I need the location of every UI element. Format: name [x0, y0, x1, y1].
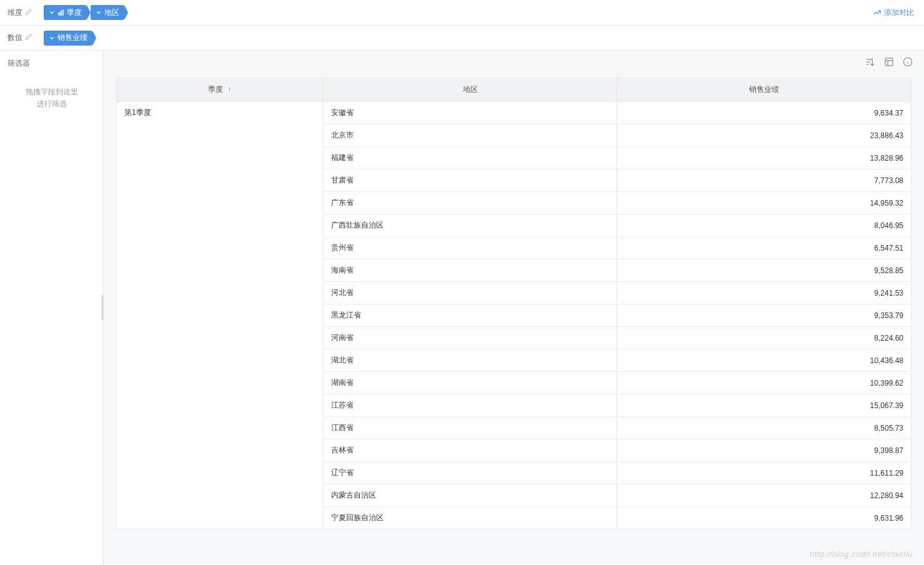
- cell-region: 吉林省: [323, 439, 617, 462]
- cell-region: 宁夏回族自治区: [323, 507, 617, 529]
- cell-region: 湖北省: [323, 349, 617, 372]
- cell-region: 贵州省: [323, 237, 617, 259]
- pill-label: 地区: [104, 8, 119, 18]
- header-quarter[interactable]: 季度 ↑: [117, 78, 324, 102]
- value-label: 数值: [7, 32, 40, 43]
- cell-value: 9,528.85: [617, 259, 912, 282]
- pill-arrow: [92, 31, 96, 46]
- field-pill[interactable]: 地区: [91, 5, 124, 20]
- svg-rect-2: [62, 9, 64, 14]
- cell-value: 15,067.39: [617, 394, 912, 417]
- cell-value: 8,046.95: [617, 214, 912, 237]
- dimension-label-text: 维度: [7, 8, 22, 18]
- value-row: 数值 销售业绩: [0, 25, 924, 50]
- cell-value: 6,547.51: [617, 237, 912, 259]
- cell-value: 23,886.43: [617, 124, 912, 147]
- cell-region: 湖南省: [323, 372, 617, 394]
- cell-region: 安徽省: [323, 102, 617, 124]
- edit-icon[interactable]: [25, 8, 32, 18]
- table-header-row: 季度 ↑ 地区 销售业绩: [117, 78, 912, 102]
- filter-placeholder-line2: 进行筛选: [7, 98, 96, 110]
- dimension-pills: 季度地区: [40, 5, 124, 20]
- data-table-wrap: 季度 ↑ 地区 销售业绩 第1季度安徽省9,634.37北京市23,886.43…: [116, 78, 912, 529]
- cell-region: 福建省: [323, 147, 617, 169]
- content-area: 季度 ↑ 地区 销售业绩 第1季度安徽省9,634.37北京市23,886.43…: [104, 51, 924, 564]
- cell-region: 广西壮族自治区: [323, 214, 617, 237]
- value-label-text: 数值: [7, 32, 22, 43]
- cell-quarter: 第1季度: [117, 102, 324, 529]
- data-table: 季度 ↑ 地区 销售业绩 第1季度安徽省9,634.37北京市23,886.43…: [116, 78, 912, 529]
- cell-value: 8,505.73: [617, 417, 912, 439]
- add-compare-icon: [873, 8, 882, 17]
- add-compare-button[interactable]: 添加对比: [873, 8, 914, 18]
- filter-placeholder-line1: 拖拽字段到这里: [7, 86, 96, 98]
- field-pill[interactable]: 销售业绩: [44, 31, 92, 46]
- cell-value: 12,280.94: [617, 484, 912, 507]
- filter-sidebar: 筛选器 拖拽字段到这里 进行筛选: [0, 51, 104, 564]
- svg-rect-0: [58, 12, 59, 15]
- cell-region: 河南省: [323, 327, 617, 349]
- cell-region: 广东省: [323, 192, 617, 214]
- edit-icon[interactable]: [25, 33, 32, 42]
- cell-value: 9,631.96: [617, 507, 912, 529]
- sort-arrow-up-icon: ↑: [228, 85, 232, 94]
- header-region[interactable]: 地区: [323, 78, 617, 102]
- filter-placeholder[interactable]: 拖拽字段到这里 进行筛选: [7, 86, 96, 110]
- content-toolbar: [104, 51, 924, 72]
- cell-region: 黑龙江省: [323, 304, 617, 327]
- main-area: 筛选器 拖拽字段到这里 进行筛选 季: [0, 51, 924, 564]
- cell-region: 江西省: [323, 417, 617, 439]
- cell-value: 11,611.29: [617, 462, 912, 484]
- svg-rect-3: [885, 58, 893, 66]
- cell-region: 江苏省: [323, 394, 617, 417]
- value-pills: 销售业绩: [40, 31, 92, 46]
- chevron-down-icon: [49, 35, 55, 41]
- chevron-down-icon: [96, 9, 102, 16]
- cell-region: 辽宁省: [323, 462, 617, 484]
- pill-label: 销售业绩: [57, 32, 87, 43]
- svg-rect-1: [61, 11, 62, 14]
- cell-value: 10,399.62: [617, 372, 912, 394]
- top-bar: 维度 季度地区 添加对比 数值 销售业绩: [0, 0, 924, 51]
- cell-value: 9,353.79: [617, 304, 912, 327]
- header-value[interactable]: 销售业绩: [617, 78, 912, 102]
- cell-value: 7,773.08: [617, 169, 912, 192]
- cell-value: 14,959.32: [617, 192, 912, 214]
- chevron-down-icon: [49, 9, 55, 16]
- pill-label: 季度: [67, 8, 82, 18]
- cell-value: 13,828.96: [617, 147, 912, 169]
- cell-value: 9,634.37: [617, 102, 912, 124]
- cell-value: 8,224.60: [617, 327, 912, 349]
- cell-value: 9,241.53: [617, 282, 912, 304]
- field-pill[interactable]: 季度: [44, 5, 87, 20]
- cell-value: 9,398.87: [617, 439, 912, 462]
- cell-region: 河北省: [323, 282, 617, 304]
- header-quarter-label: 季度: [208, 85, 223, 94]
- cell-region: 海南省: [323, 259, 617, 282]
- sort-icon[interactable]: [865, 57, 875, 69]
- info-icon[interactable]: [903, 57, 913, 69]
- bar-chart-icon: [57, 9, 64, 16]
- sidebar-resize-handle[interactable]: [101, 295, 104, 320]
- add-compare-label: 添加对比: [884, 8, 914, 18]
- table-body: 第1季度安徽省9,634.37北京市23,886.43福建省13,828.96甘…: [117, 102, 912, 529]
- filter-title: 筛选器: [7, 58, 96, 69]
- dimension-row: 维度 季度地区 添加对比: [0, 0, 924, 25]
- cell-region: 北京市: [323, 124, 617, 147]
- cell-region: 内蒙古自治区: [323, 484, 617, 507]
- table-row[interactable]: 第1季度安徽省9,634.37: [117, 102, 912, 124]
- cell-region: 甘肃省: [323, 169, 617, 192]
- cell-value: 10,436.48: [617, 349, 912, 372]
- pill-arrow: [124, 5, 128, 20]
- dimension-label: 维度: [7, 8, 40, 18]
- settings-icon[interactable]: [884, 57, 894, 69]
